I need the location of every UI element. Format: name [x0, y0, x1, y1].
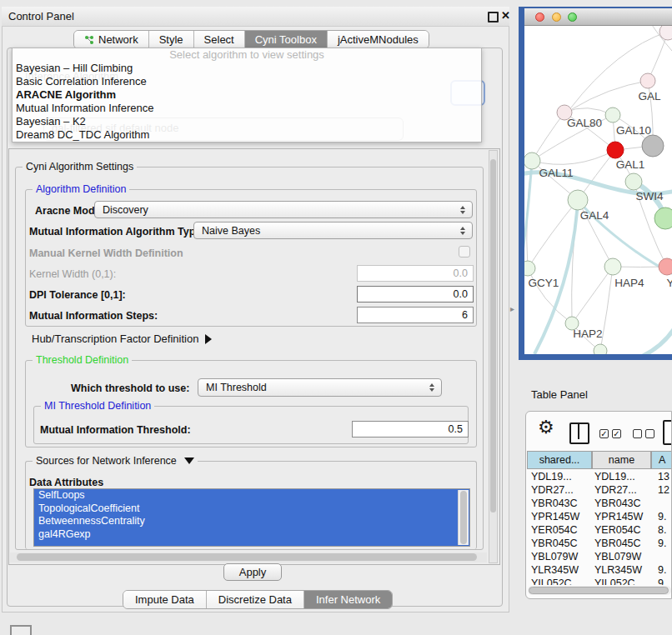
tab-network[interactable]: Network	[74, 31, 149, 48]
network-node-y[interactable]	[659, 258, 672, 275]
table-cell: 9	[658, 577, 672, 585]
checked-checkbox-icon[interactable]: ✓	[599, 429, 609, 438]
network-node-gal4[interactable]	[568, 190, 588, 210]
tab-impute-data[interactable]: Impute Data	[123, 591, 207, 608]
aracne-mode-combo[interactable]: Discovery	[94, 201, 473, 218]
document-icon[interactable]	[663, 420, 672, 445]
sources-title-row[interactable]: Sources for Network Inference	[33, 455, 198, 467]
network-node-swi4[interactable]	[625, 173, 642, 190]
algorithm-option[interactable]: Basic Correlation Inference	[13, 75, 481, 88]
which-threshold-combo[interactable]: MI Threshold	[198, 378, 442, 397]
table-cell: YDR27...	[531, 483, 591, 497]
tab-jactivemnodules[interactable]: jActiveMNodules	[328, 31, 429, 48]
table-row[interactable]: YDL19...YDL19...13	[527, 470, 672, 483]
network-node-gal[interactable]	[640, 73, 655, 88]
table-row[interactable]: YBL079WYBL079W	[527, 550, 672, 563]
column-header-shared[interactable]: shared...	[527, 451, 592, 469]
mi-steps-field[interactable]: 6	[357, 307, 474, 323]
unchecked-checkbox-icon[interactable]	[633, 429, 642, 438]
network-node-label: GAL11	[539, 167, 573, 179]
tab-label: Cyni Toolbox	[255, 31, 317, 48]
network-node-label: GAL1	[616, 158, 645, 171]
network-node[interactable]	[642, 135, 664, 157]
minimize-traffic-icon[interactable]	[552, 12, 561, 22]
columns-icon[interactable]	[569, 422, 589, 444]
close-icon[interactable]: ✕	[501, 9, 510, 22]
tab-cyni-toolbox[interactable]: Cyni Toolbox	[245, 31, 328, 48]
data-attributes-list[interactable]: SelfLoopsTopologicalCoefficientBetweenne…	[33, 488, 470, 547]
zoom-traffic-icon[interactable]	[568, 12, 577, 22]
algorithm-dropdown-popup: Select algorithm to view settings Bayesi…	[12, 48, 482, 142]
hub-factor-expander[interactable]: Hub/Transcription Factor Definition	[32, 332, 212, 345]
settings-horizontal-scrollbar[interactable]	[10, 552, 487, 562]
table-cell: YPR145W	[594, 510, 653, 523]
algorithm-list: Bayesian – Hill ClimbingBasic Correlatio…	[13, 62, 481, 142]
network-node-label: Y	[666, 277, 672, 289]
data-attribute-item[interactable]: BetweennessCentrality	[34, 515, 469, 528]
stepper-icon	[426, 383, 441, 392]
table-cell: YER054C	[531, 523, 591, 537]
mi-type-combo[interactable]: Naive Bayes	[193, 222, 473, 239]
close-traffic-icon[interactable]	[535, 12, 544, 22]
table-row[interactable]: YER054CYER054C8.	[527, 523, 672, 537]
tab-discretize-data[interactable]: Discretize Data	[207, 591, 304, 608]
network-node-gal11[interactable]	[524, 152, 540, 169]
data-attributes-label: Data Attributes	[29, 477, 103, 488]
dpi-tolerance-value: 0.0	[454, 288, 468, 300]
tab-infer-network[interactable]: Infer Network	[304, 591, 392, 608]
network-node-label: GAL80	[567, 117, 602, 129]
network-node[interactable]	[654, 208, 672, 229]
splitter-handle[interactable]: ▸	[510, 304, 514, 313]
tab-select[interactable]: Select	[194, 31, 245, 48]
list-item-partial[interactable]	[34, 541, 469, 547]
dpi-tolerance-label: DPI Tolerance [0,1]:	[29, 289, 126, 301]
tab-label: jActiveMNodules	[338, 31, 419, 48]
tab-style[interactable]: Style	[149, 31, 194, 48]
table-row[interactable]: YDR27...YDR27...12	[527, 483, 672, 497]
column-header-name[interactable]: name	[592, 451, 651, 469]
network-node-gal10[interactable]	[605, 108, 620, 122]
checked-checkbox-icon[interactable]: ✓	[612, 429, 621, 438]
network-node-hap4[interactable]	[604, 258, 621, 275]
apply-button[interactable]: Apply	[223, 563, 282, 581]
table-cell: YBL079W	[531, 550, 591, 563]
network-window-titlebar[interactable]	[524, 8, 672, 26]
table-row[interactable]: YIL052CYIL052C9	[527, 577, 672, 585]
cyni-settings-title: Cyni Algorithm Settings	[23, 161, 137, 172]
dpi-tolerance-field[interactable]: 0.0	[357, 286, 474, 302]
status-corner-icon[interactable]	[10, 625, 32, 635]
table-horizontal-scrollbar[interactable]	[528, 586, 671, 595]
table-row[interactable]: YPR145WYPR145W9.	[527, 510, 672, 523]
table-row[interactable]: YBR043CYBR043C	[527, 497, 672, 510]
kernel-width-field[interactable]: 0.0	[357, 265, 474, 282]
network-canvas[interactable]: GALGAL80GAL10GAL1GAL11SWI4GAL4GCY1HAP4YH…	[524, 26, 672, 354]
list-scrollbar[interactable]	[458, 490, 469, 545]
table-body[interactable]: YDL19...YDL19...13YDR27...YDR27...12YBR0…	[527, 470, 672, 585]
mi-threshold-value: 0.5	[449, 423, 463, 435]
network-node-label: GAL	[638, 90, 661, 102]
control-panel-titlebar[interactable]	[2, 7, 509, 27]
tab-label: Style	[159, 31, 183, 48]
data-attribute-item[interactable]: SelfLoops	[34, 489, 469, 502]
network-node-gcy1[interactable]	[524, 261, 535, 276]
table-cell: YIL052C	[594, 577, 653, 585]
algorithm-option[interactable]: Dream8 DC_TDC Algorithm	[13, 128, 481, 142]
data-attribute-item[interactable]: gal4RGexp	[34, 528, 469, 542]
network-node-gal1[interactable]	[607, 142, 624, 158]
data-attribute-item[interactable]: TopologicalCoefficient	[34, 502, 469, 516]
manual-kernel-checkbox[interactable]	[459, 246, 470, 258]
algorithm-option[interactable]: Bayesian – K2	[13, 115, 481, 128]
gear-icon[interactable]: ⚙	[538, 417, 554, 438]
algorithm-option[interactable]: Bayesian – Hill Climbing	[13, 62, 481, 75]
table-row[interactable]: YLR345WYLR345W9.	[527, 563, 672, 577]
column-header-a[interactable]: A	[651, 451, 672, 469]
algorithm-option[interactable]: ARACNE Algorithm	[13, 88, 481, 102]
table-row[interactable]: YBR045CYBR045C9.	[527, 537, 672, 550]
network-node[interactable]	[594, 344, 607, 354]
float-window-icon[interactable]	[488, 12, 499, 22]
settings-vertical-scrollbar[interactable]	[489, 150, 498, 563]
which-threshold-value: MI Threshold	[198, 382, 426, 393]
mi-threshold-field[interactable]: 0.5	[352, 421, 469, 438]
algorithm-option[interactable]: Mutual Information Inference	[13, 102, 481, 115]
unchecked-checkbox-icon[interactable]	[645, 429, 654, 438]
